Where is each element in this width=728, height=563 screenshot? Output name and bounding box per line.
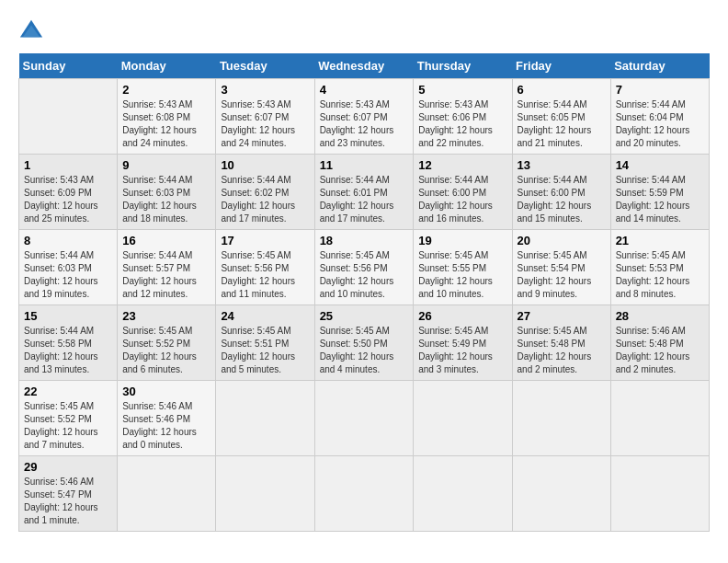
day-info: Sunrise: 5:45 AMSunset: 5:53 PMDaylight:… — [616, 250, 690, 299]
calendar-cell — [314, 456, 414, 532]
calendar-week-1: 2Sunrise: 5:43 AMSunset: 6:08 PMDaylight… — [19, 79, 710, 155]
calendar-week-4: 15Sunrise: 5:44 AMSunset: 5:58 PMDayligh… — [19, 305, 710, 381]
day-number: 19 — [418, 234, 506, 247]
calendar-cell: 7Sunrise: 5:44 AMSunset: 6:04 PMDaylight… — [610, 79, 709, 155]
day-number: 25 — [320, 309, 409, 323]
calendar-cell — [512, 381, 610, 456]
calendar-cell: 21Sunrise: 5:45 AMSunset: 5:53 PMDayligh… — [610, 230, 709, 305]
calendar-header-row: SundayMondayTuesdayWednesdayThursdayFrid… — [19, 53, 710, 79]
day-number: 17 — [221, 234, 309, 247]
calendar-cell: 1Sunrise: 5:43 AMSunset: 6:09 PMDaylight… — [19, 155, 118, 230]
calendar-cell: 4Sunrise: 5:43 AMSunset: 6:07 PMDaylight… — [314, 79, 414, 155]
calendar-cell: 19Sunrise: 5:45 AMSunset: 5:55 PMDayligh… — [414, 230, 512, 305]
day-info: Sunrise: 5:43 AMSunset: 6:07 PMDaylight:… — [221, 99, 295, 148]
calendar-cell: 5Sunrise: 5:43 AMSunset: 6:06 PMDaylight… — [414, 79, 512, 155]
calendar-week-3: 8Sunrise: 5:44 AMSunset: 6:03 PMDaylight… — [19, 230, 710, 305]
day-info: Sunrise: 5:45 AMSunset: 5:51 PMDaylight:… — [221, 326, 295, 374]
day-number: 27 — [518, 309, 606, 323]
day-info: Sunrise: 5:46 AMSunset: 5:48 PMDaylight:… — [616, 326, 690, 374]
calendar-cell: 2Sunrise: 5:43 AMSunset: 6:08 PMDaylight… — [118, 79, 216, 155]
calendar-cell: 13Sunrise: 5:44 AMSunset: 6:00 PMDayligh… — [512, 155, 610, 230]
calendar-cell: 6Sunrise: 5:44 AMSunset: 6:05 PMDaylight… — [512, 79, 610, 155]
day-number: 13 — [518, 158, 606, 172]
day-number: 12 — [418, 158, 506, 172]
day-number: 23 — [122, 309, 210, 323]
day-info: Sunrise: 5:44 AMSunset: 6:01 PMDaylight:… — [320, 175, 394, 224]
day-info: Sunrise: 5:43 AMSunset: 6:09 PMDaylight:… — [24, 175, 98, 224]
calendar-cell: 20Sunrise: 5:45 AMSunset: 5:54 PMDayligh… — [512, 230, 610, 305]
day-info: Sunrise: 5:43 AMSunset: 6:06 PMDaylight:… — [418, 99, 493, 148]
calendar-cell — [610, 456, 709, 532]
day-info: Sunrise: 5:46 AMSunset: 5:46 PMDaylight:… — [122, 401, 197, 450]
calendar-cell: 15Sunrise: 5:44 AMSunset: 5:58 PMDayligh… — [19, 305, 118, 381]
calendar-cell — [19, 79, 118, 155]
day-info: Sunrise: 5:44 AMSunset: 6:02 PMDaylight:… — [221, 175, 295, 224]
calendar-cell: 28Sunrise: 5:46 AMSunset: 5:48 PMDayligh… — [610, 305, 709, 381]
header-tuesday: Tuesday — [216, 53, 314, 79]
day-number: 14 — [616, 158, 704, 172]
header-monday: Monday — [118, 53, 216, 79]
calendar-cell: 16Sunrise: 5:44 AMSunset: 5:57 PMDayligh… — [118, 230, 216, 305]
header-saturday: Saturday — [610, 53, 709, 79]
day-info: Sunrise: 5:43 AMSunset: 6:07 PMDaylight:… — [320, 99, 394, 148]
day-number: 7 — [616, 83, 704, 97]
day-number: 24 — [221, 309, 309, 323]
day-number: 2 — [122, 83, 210, 97]
day-info: Sunrise: 5:45 AMSunset: 5:56 PMDaylight:… — [221, 250, 295, 299]
day-info: Sunrise: 5:43 AMSunset: 6:08 PMDaylight:… — [122, 99, 197, 148]
calendar-cell: 11Sunrise: 5:44 AMSunset: 6:01 PMDayligh… — [314, 155, 414, 230]
day-number: 5 — [418, 83, 506, 97]
calendar-cell: 27Sunrise: 5:45 AMSunset: 5:48 PMDayligh… — [512, 305, 610, 381]
day-number: 1 — [24, 158, 112, 172]
header-sunday: Sunday — [19, 53, 118, 79]
day-number: 9 — [122, 158, 210, 172]
logo-icon — [18, 18, 44, 44]
calendar-cell — [216, 456, 314, 532]
day-number: 20 — [518, 234, 606, 247]
logo — [18, 18, 48, 44]
day-number: 30 — [122, 385, 210, 398]
day-number: 29 — [24, 460, 112, 474]
calendar-week-2: 1Sunrise: 5:43 AMSunset: 6:09 PMDaylight… — [19, 155, 710, 230]
day-number: 8 — [24, 234, 112, 247]
calendar-cell: 22Sunrise: 5:45 AMSunset: 5:52 PMDayligh… — [19, 381, 118, 456]
day-info: Sunrise: 5:45 AMSunset: 5:52 PMDaylight:… — [122, 326, 197, 374]
calendar-week-5: 22Sunrise: 5:45 AMSunset: 5:52 PMDayligh… — [19, 381, 710, 456]
day-number: 26 — [418, 309, 506, 323]
day-number: 16 — [122, 234, 210, 247]
day-number: 21 — [616, 234, 704, 247]
day-info: Sunrise: 5:44 AMSunset: 5:57 PMDaylight:… — [122, 250, 197, 299]
day-number: 6 — [518, 83, 606, 97]
calendar-table: SundayMondayTuesdayWednesdayThursdayFrid… — [18, 53, 710, 532]
header-friday: Friday — [512, 53, 610, 79]
calendar-cell: 26Sunrise: 5:45 AMSunset: 5:49 PMDayligh… — [414, 305, 512, 381]
day-number: 22 — [24, 385, 112, 398]
calendar-cell — [610, 381, 709, 456]
day-info: Sunrise: 5:45 AMSunset: 5:54 PMDaylight:… — [518, 250, 592, 299]
calendar-cell: 18Sunrise: 5:45 AMSunset: 5:56 PMDayligh… — [314, 230, 414, 305]
calendar-cell — [314, 381, 414, 456]
calendar-cell: 3Sunrise: 5:43 AMSunset: 6:07 PMDaylight… — [216, 79, 314, 155]
day-number: 28 — [616, 309, 704, 323]
calendar-cell: 25Sunrise: 5:45 AMSunset: 5:50 PMDayligh… — [314, 305, 414, 381]
day-info: Sunrise: 5:45 AMSunset: 5:48 PMDaylight:… — [518, 326, 592, 374]
calendar-cell: 29Sunrise: 5:46 AMSunset: 5:47 PMDayligh… — [19, 456, 118, 532]
day-info: Sunrise: 5:44 AMSunset: 6:04 PMDaylight:… — [616, 99, 690, 148]
day-number: 4 — [320, 83, 409, 97]
calendar-cell: 14Sunrise: 5:44 AMSunset: 5:59 PMDayligh… — [610, 155, 709, 230]
header-wednesday: Wednesday — [314, 53, 414, 79]
header-thursday: Thursday — [414, 53, 512, 79]
header — [18, 18, 710, 44]
day-info: Sunrise: 5:44 AMSunset: 6:03 PMDaylight:… — [24, 250, 98, 299]
calendar-cell — [512, 456, 610, 532]
calendar-cell — [118, 456, 216, 532]
day-number: 10 — [221, 158, 309, 172]
day-number: 11 — [320, 158, 409, 172]
day-number: 15 — [24, 309, 112, 323]
calendar-cell: 30Sunrise: 5:46 AMSunset: 5:46 PMDayligh… — [118, 381, 216, 456]
day-info: Sunrise: 5:45 AMSunset: 5:55 PMDaylight:… — [418, 250, 493, 299]
calendar-cell: 17Sunrise: 5:45 AMSunset: 5:56 PMDayligh… — [216, 230, 314, 305]
day-info: Sunrise: 5:45 AMSunset: 5:49 PMDaylight:… — [418, 326, 493, 374]
day-info: Sunrise: 5:44 AMSunset: 6:00 PMDaylight:… — [418, 175, 493, 224]
calendar-cell: 9Sunrise: 5:44 AMSunset: 6:03 PMDaylight… — [118, 155, 216, 230]
